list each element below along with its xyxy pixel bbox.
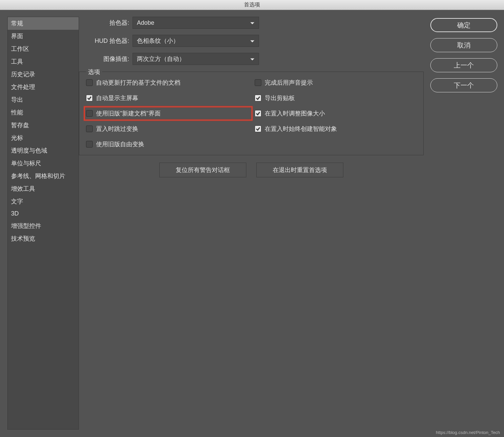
sidebar-item-export[interactable]: 导出 — [8, 93, 79, 106]
watermark: https://blog.csdn.net/Pinton_Tech — [436, 430, 500, 435]
sidebar-item-units[interactable]: 单位与标尺 — [8, 157, 79, 170]
checkbox-icon[interactable] — [86, 141, 93, 148]
chevron-down-icon — [250, 19, 255, 26]
sidebar-item-interface[interactable]: 界面 — [8, 30, 79, 42]
sidebar-item-preview[interactable]: 技术预览 — [8, 232, 79, 245]
image-interp-label: 图像插值: — [79, 55, 133, 63]
image-interp-dropdown[interactable]: 两次立方（自动） — [133, 53, 259, 65]
color-picker-value: Adobe — [137, 19, 154, 26]
sidebar-item-workspace[interactable]: 工作区 — [8, 42, 79, 55]
sidebar-item-history[interactable]: 历史记录 — [8, 68, 79, 81]
sidebar-item-transparency[interactable]: 透明度与色域 — [8, 144, 79, 157]
checkbox-show-home[interactable]: 自动显示主屏幕 — [86, 94, 248, 102]
reset-on-quit-button[interactable]: 在退出时重置首选项 — [256, 163, 343, 177]
main-area: 常规 界面 工作区 工具 历史记录 文件处理 导出 性能 暂存盘 光标 透明度与… — [0, 10, 504, 437]
checkbox-auto-update[interactable]: 自动更新打开的基于文件的文档 — [86, 79, 248, 87]
sidebar-item-tools[interactable]: 工具 — [8, 55, 79, 68]
color-picker-dropdown[interactable]: Adobe — [133, 17, 259, 29]
checkbox-icon[interactable] — [255, 110, 261, 117]
image-interp-value: 两次立方（自动） — [137, 55, 185, 63]
checkbox-legthe
-newdoc[interactable]: 使用旧版"新建文档"界面 — [84, 106, 253, 121]
hud-picker-value: 色相条纹（小） — [137, 37, 179, 45]
window-titlebar: 首选项 — [0, 0, 504, 10]
sidebar-item-3d[interactable]: 3D — [8, 208, 79, 220]
window-title: 首选项 — [244, 1, 260, 8]
next-button[interactable]: 下一个 — [430, 78, 497, 92]
checkbox-icon[interactable] — [255, 125, 261, 132]
chevron-down-icon — [250, 56, 255, 63]
preferences-sidebar: 常规 界面 工作区 工具 历史记录 文件处理 导出 性能 暂存盘 光标 透明度与… — [7, 17, 79, 430]
options-legend: 选项 — [86, 68, 102, 76]
ok-button[interactable]: 确定 — [430, 18, 497, 32]
content-area: 拾色器: Adobe HUD 拾色器: 色相条纹（小） 图像插值: 两次立方（自… — [79, 17, 504, 437]
cancel-button[interactable]: 取消 — [430, 38, 497, 52]
hud-picker-label: HUD 拾色器: — [79, 37, 133, 45]
sidebar-item-enhanced[interactable]: 增强型控件 — [8, 220, 79, 232]
sidebar-item-performance[interactable]: 性能 — [8, 106, 79, 119]
checkbox-legacy-transform[interactable]: 使用旧版自由变换 — [86, 140, 248, 148]
prev-button[interactable]: 上一个 — [430, 58, 497, 72]
hud-picker-dropdown[interactable]: 色相条纹（小） — [133, 35, 259, 47]
checkbox-icon[interactable] — [86, 125, 93, 132]
checkbox-icon[interactable] — [86, 79, 93, 86]
sidebar-item-guides[interactable]: 参考线、网格和切片 — [8, 170, 79, 182]
reset-dialogs-button[interactable]: 复位所有警告对话框 — [159, 163, 246, 177]
checkbox-icon[interactable] — [255, 95, 261, 101]
sidebar-item-cursors[interactable]: 光标 — [8, 132, 79, 144]
sidebar-item-general[interactable]: 常规 — [8, 17, 79, 30]
checkbox-export-clip[interactable]: 导出剪贴板 — [255, 94, 417, 102]
sidebar-item-type[interactable]: 文字 — [8, 195, 79, 208]
sidebar-item-filehandling[interactable]: 文件处理 — [8, 81, 79, 93]
checkbox-beep-done[interactable]: 完成后用声音提示 — [255, 79, 417, 87]
checkbox-icon[interactable] — [86, 95, 93, 101]
checkbox-icon[interactable] — [255, 79, 261, 86]
checkbox-resize-place[interactable]: 在置入时调整图像大小 — [255, 109, 417, 117]
sidebar-item-plugins[interactable]: 增效工具 — [8, 182, 79, 195]
color-picker-label: 拾色器: — [79, 19, 133, 27]
checkbox-icon[interactable] — [86, 110, 93, 117]
checkbox-skip-transform[interactable]: 置入时跳过变换 — [86, 125, 248, 133]
checkbox-smart-object[interactable]: 在置入时始终创建智能对象 — [255, 125, 417, 133]
options-fieldset: 选项 自动更新打开的基于文件的文档 完成后用声音提示 自动显示主屏幕 — [79, 72, 424, 155]
sidebar-item-scratch[interactable]: 暂存盘 — [8, 119, 79, 132]
chevron-down-icon — [250, 37, 255, 45]
